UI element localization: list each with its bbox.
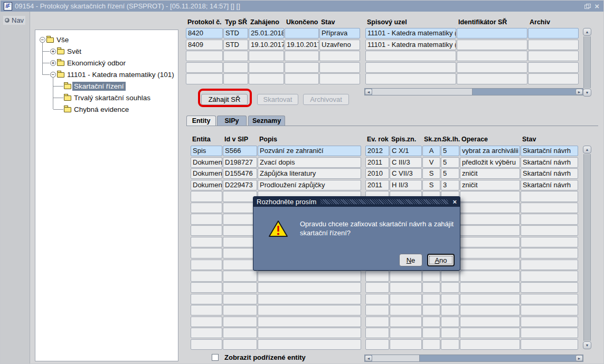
table-cell[interactable] <box>249 73 284 84</box>
table-row[interactable] <box>191 271 361 281</box>
protocol-horizontal-scrollbar[interactable]: ◄ ► <box>364 88 583 95</box>
table-cell[interactable] <box>258 282 361 293</box>
table-cell[interactable] <box>460 282 520 293</box>
table-cell[interactable] <box>223 62 248 73</box>
table-cell[interactable]: Pozvání ze zahraničí <box>258 146 361 156</box>
tree-item-label[interactable]: Trvalý skartační souhlas <box>72 93 152 102</box>
table-cell[interactable] <box>191 271 222 281</box>
table-cell[interactable] <box>319 73 360 84</box>
table-cell[interactable] <box>528 40 579 50</box>
table-cell[interactable]: S <box>422 180 440 190</box>
table-cell[interactable] <box>521 282 578 293</box>
table-row[interactable] <box>191 294 361 304</box>
table-row[interactable] <box>191 305 361 315</box>
table-cell[interactable] <box>365 62 456 73</box>
table-cell[interactable]: 19.10.2017 <box>285 40 319 50</box>
table-cell[interactable] <box>191 317 222 327</box>
table-cell[interactable] <box>521 328 578 338</box>
table-cell[interactable]: předložit k výběru <box>460 157 520 168</box>
table-cell[interactable] <box>528 73 579 84</box>
table-cell[interactable] <box>365 294 389 304</box>
no-button[interactable]: Ne <box>399 254 422 266</box>
expand-icon[interactable]: + <box>50 49 56 54</box>
tab-sipy[interactable]: SIPy <box>217 116 247 126</box>
table-row[interactable] <box>191 339 361 350</box>
table-cell[interactable] <box>223 225 257 236</box>
table-cell[interactable] <box>521 317 578 327</box>
table-cell[interactable] <box>521 305 578 315</box>
table-cell[interactable] <box>460 317 520 327</box>
restore-window-icon[interactable] <box>584 3 591 9</box>
table-cell[interactable]: Dokument <box>191 168 222 179</box>
tree-item-label[interactable]: Chybná evidence <box>72 105 130 114</box>
table-cell[interactable]: C III/3 <box>390 157 422 168</box>
tab-entity[interactable]: Entity <box>186 116 216 126</box>
table-cell[interactable] <box>191 339 222 350</box>
table-cell[interactable]: 8420 <box>186 28 223 39</box>
table-cell[interactable] <box>186 73 223 84</box>
table-cell[interactable]: 3 <box>441 180 459 190</box>
table-cell[interactable] <box>460 294 520 304</box>
table-cell[interactable]: C VII/3 <box>390 168 422 179</box>
table-cell[interactable] <box>191 260 222 270</box>
table-cell[interactable] <box>521 339 578 350</box>
table-cell[interactable]: A <box>422 146 440 156</box>
table-cell[interactable] <box>441 305 459 315</box>
table-cell[interactable]: 8409 <box>186 40 223 50</box>
close-window-icon[interactable]: × <box>593 2 600 11</box>
table-cell[interactable] <box>457 73 527 84</box>
table-cell[interactable] <box>191 225 222 236</box>
entity-horizontal-scrollbar[interactable]: ◄ ► <box>364 355 583 362</box>
table-cell[interactable]: 19.10.2017 <box>249 40 284 50</box>
scrollbar-track[interactable] <box>583 36 591 88</box>
table-cell[interactable] <box>460 214 520 224</box>
table-cell[interactable] <box>521 191 578 202</box>
table-row[interactable] <box>365 339 578 350</box>
table-cell[interactable] <box>528 51 579 61</box>
table-row[interactable] <box>191 328 361 338</box>
table-cell[interactable] <box>441 328 459 338</box>
tree-item-label[interactable]: Vše <box>55 35 70 44</box>
table-cell[interactable] <box>365 339 389 350</box>
table-cell[interactable] <box>223 339 257 350</box>
tree-item-label[interactable]: Svět <box>65 47 83 56</box>
table-row[interactable]: 11101 - Katedra matematiky (1 <box>365 28 579 39</box>
dialog-close-icon[interactable]: × <box>452 198 457 206</box>
table-cell[interactable] <box>460 328 520 338</box>
table-cell[interactable] <box>223 282 257 293</box>
table-row[interactable] <box>191 282 361 293</box>
table-cell[interactable] <box>390 328 422 338</box>
table-row[interactable]: DokumentD155476Zápůjčka literatury <box>191 168 361 179</box>
table-row[interactable] <box>365 305 578 315</box>
table-row[interactable]: DokumentD198727Zvací dopis <box>191 157 361 168</box>
table-cell[interactable]: Dokument <box>191 157 222 168</box>
table-cell[interactable]: D198727 <box>223 157 257 168</box>
table-cell[interactable] <box>528 62 579 73</box>
nav-toolbar-item[interactable]: Nav <box>3 16 25 25</box>
table-cell[interactable] <box>422 328 440 338</box>
table-cell[interactable] <box>365 51 456 61</box>
table-cell[interactable] <box>191 214 222 224</box>
table-cell[interactable]: Dokument <box>191 180 222 190</box>
table-cell[interactable]: zničit <box>460 180 520 190</box>
table-cell[interactable] <box>460 271 520 281</box>
table-row[interactable]: 2010C VII/3S5zničitSkartační návrh <box>365 168 578 179</box>
table-cell[interactable] <box>460 305 520 315</box>
table-cell[interactable] <box>223 294 257 304</box>
table-cell[interactable] <box>521 271 578 281</box>
table-cell[interactable] <box>365 317 389 327</box>
scroll-right-button[interactable]: ► <box>575 89 583 95</box>
table-cell[interactable] <box>521 237 578 247</box>
table-cell[interactable] <box>521 294 578 304</box>
table-cell[interactable] <box>422 317 440 327</box>
table-cell[interactable] <box>422 305 440 315</box>
table-cell[interactable] <box>223 317 257 327</box>
table-cell[interactable] <box>249 51 284 61</box>
table-cell[interactable] <box>285 51 319 61</box>
scroll-left-button[interactable]: ◄ <box>365 355 372 361</box>
table-cell[interactable] <box>319 51 360 61</box>
table-cell[interactable] <box>460 191 520 202</box>
table-cell[interactable] <box>258 305 361 315</box>
table-cell[interactable]: zničit <box>460 168 520 179</box>
table-cell[interactable] <box>258 294 361 304</box>
